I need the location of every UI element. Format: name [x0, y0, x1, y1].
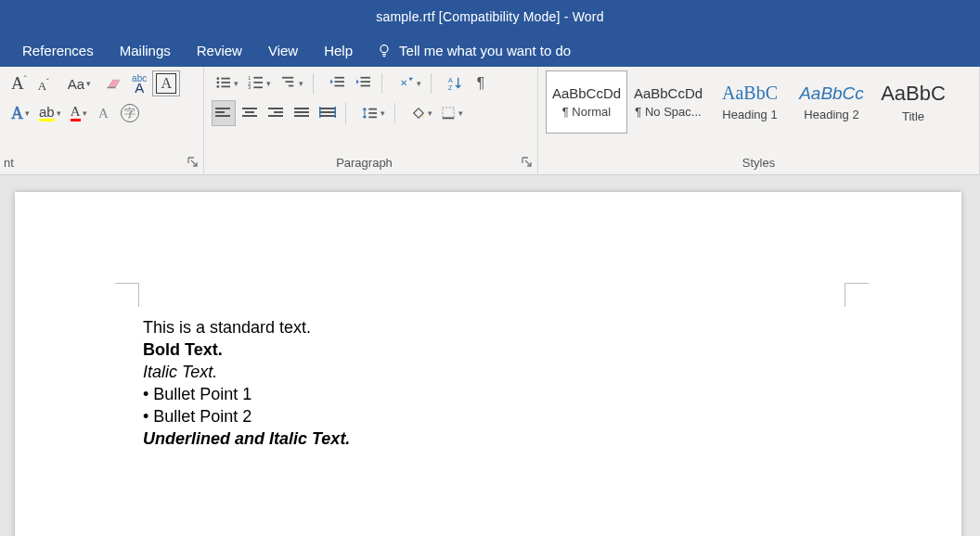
show-marks-button[interactable]: ¶	[470, 70, 492, 96]
clear-formatting-button[interactable]	[102, 70, 126, 96]
svg-marker-1	[109, 80, 120, 87]
svg-rect-46	[335, 107, 337, 118]
svg-rect-49	[368, 117, 377, 119]
borders-icon	[442, 107, 457, 120]
svg-rect-42	[320, 108, 335, 109]
svg-rect-45	[319, 107, 321, 118]
phonetic-guide-button[interactable]: abcA	[128, 70, 150, 96]
doc-line[interactable]: This is a standard text.	[143, 317, 961, 339]
svg-rect-44	[320, 115, 335, 117]
align-left-button[interactable]	[212, 100, 236, 126]
shrink-font-button[interactable]: Aˇ	[32, 70, 55, 96]
align-left-icon	[215, 107, 232, 120]
doc-line[interactable]: Underlined and Italic Text.	[143, 428, 961, 451]
svg-rect-35	[242, 115, 257, 117]
style-heading-2[interactable]: AaBbCc Heading 2	[791, 70, 872, 134]
tab-mailings[interactable]: Mailings	[109, 33, 182, 67]
svg-rect-37	[274, 111, 283, 113]
style-no-spacing[interactable]: AaBbCcDd ¶ No Spac...	[627, 70, 709, 134]
svg-rect-22	[361, 77, 371, 79]
sort-button[interactable]: AZ	[444, 70, 468, 96]
tab-view[interactable]: View	[257, 33, 309, 67]
svg-rect-14	[253, 86, 263, 88]
highlight-button[interactable]: ab▾	[35, 100, 65, 126]
title-text: sample.rtf [Compatibility Mode] - Word	[376, 9, 603, 24]
svg-rect-4	[221, 78, 230, 80]
justify-button[interactable]	[290, 100, 314, 126]
asian-layout-icon: ✕	[398, 76, 415, 91]
borders-button[interactable]: ▾	[438, 100, 467, 126]
doc-line[interactable]: Bold Text.	[143, 339, 961, 362]
font-dialog-launcher[interactable]	[187, 156, 200, 169]
svg-rect-51	[443, 117, 454, 119]
outdent-icon	[329, 76, 346, 91]
increase-indent-button[interactable]	[352, 70, 376, 96]
doc-line[interactable]: • Bullet Point 2	[143, 406, 961, 428]
svg-rect-10	[253, 77, 263, 79]
paragraph-group-label: Paragraph	[206, 152, 535, 174]
style-title[interactable]: AaBbC Title	[872, 70, 954, 134]
tab-review[interactable]: Review	[186, 33, 253, 67]
svg-point-0	[380, 45, 388, 53]
grow-font-button[interactable]: Aˆ	[7, 70, 31, 96]
align-center-button[interactable]	[238, 100, 262, 126]
shading-button[interactable]: ▾	[407, 100, 436, 126]
char-shading-button[interactable]: A	[93, 100, 115, 126]
tab-references[interactable]: References	[11, 33, 105, 67]
line-spacing-icon	[362, 107, 379, 120]
change-case-button[interactable]: Aa▾	[64, 70, 95, 96]
multilevel-list-button[interactable]: ▾	[277, 70, 307, 96]
distributed-icon	[319, 107, 336, 120]
doc-line[interactable]: • Bullet Point 1	[143, 384, 961, 406]
svg-rect-16	[286, 81, 294, 83]
page[interactable]: This is a standard text. Bold Text. Ital…	[15, 192, 961, 536]
font-color-button[interactable]: A▾	[67, 100, 91, 126]
sort-icon: AZ	[447, 76, 464, 91]
line-spacing-button[interactable]: ▾	[358, 100, 389, 126]
align-right-icon	[267, 107, 284, 120]
style-heading-1[interactable]: AaBbC Heading 1	[709, 70, 791, 134]
asian-layout-button[interactable]: ✕ ▾	[394, 70, 425, 96]
tell-me[interactable]: Tell me what you want to do	[377, 43, 571, 58]
svg-rect-30	[215, 108, 230, 109]
distributed-button[interactable]	[316, 100, 340, 126]
svg-text:A: A	[448, 77, 453, 84]
tab-help[interactable]: Help	[313, 33, 364, 67]
document-area: This is a standard text. Bold Text. Ital…	[0, 175, 980, 536]
svg-text:✕: ✕	[400, 78, 407, 88]
character-border-button[interactable]: A	[152, 70, 180, 96]
svg-point-3	[216, 77, 219, 80]
align-right-button[interactable]	[264, 100, 288, 126]
svg-rect-41	[294, 115, 309, 117]
svg-rect-31	[215, 111, 225, 113]
svg-text:3: 3	[248, 84, 251, 89]
doc-line[interactable]: Italic Text.	[143, 362, 961, 384]
svg-marker-25	[356, 80, 359, 84]
enclose-char-button[interactable]: 字	[117, 100, 143, 126]
style-normal[interactable]: AaBbCcDd ¶ Normal	[546, 70, 627, 134]
svg-rect-2	[108, 87, 116, 89]
svg-rect-40	[294, 111, 309, 113]
eraser-icon	[106, 77, 122, 90]
document-content[interactable]: This is a standard text. Bold Text. Ital…	[143, 317, 961, 451]
svg-rect-36	[268, 108, 283, 109]
paragraph-dialog-launcher[interactable]	[521, 156, 534, 169]
svg-rect-47	[368, 108, 377, 110]
svg-rect-43	[320, 111, 335, 113]
svg-point-7	[216, 85, 219, 88]
svg-text:Z: Z	[448, 84, 453, 91]
margin-marker-top-right	[845, 283, 869, 307]
decrease-indent-button[interactable]	[326, 70, 350, 96]
svg-rect-20	[335, 85, 345, 87]
bullets-icon	[215, 76, 232, 91]
svg-point-5	[216, 82, 219, 84]
numbering-button[interactable]: 123 ▾	[244, 70, 275, 96]
bullets-button[interactable]: ▾	[212, 70, 242, 96]
svg-rect-50	[443, 108, 454, 119]
pilcrow-icon: ¶	[477, 75, 485, 92]
text-effects-button[interactable]: A▾	[7, 100, 33, 126]
styles-group: AaBbCcDd ¶ Normal AaBbCcDd ¶ No Spac... …	[538, 67, 980, 174]
svg-rect-48	[368, 112, 377, 114]
svg-rect-6	[221, 82, 230, 83]
title-bar: sample.rtf [Compatibility Mode] - Word	[0, 0, 980, 33]
